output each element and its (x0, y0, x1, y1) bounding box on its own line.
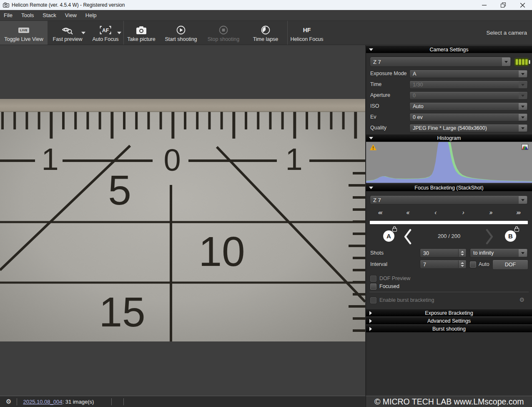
close-button[interactable] (513, 0, 532, 10)
burst-settings-gear-icon: ⚙ (519, 296, 524, 303)
helicon-focus-icon: HF (303, 27, 311, 33)
collapse-triangle-icon (369, 187, 373, 189)
ab-point-row: A 200 / 200 B (366, 228, 532, 245)
start-shooting-button[interactable]: Start shooting (159, 21, 203, 45)
battery-indicator (514, 58, 530, 67)
iso-combo[interactable]: Auto (409, 102, 528, 111)
warning-icon (369, 144, 377, 152)
dof-preview-label: DOF Preview (379, 276, 410, 281)
interval-label: Interval (370, 261, 387, 267)
quality-combo[interactable]: JPEG Fine * Large (5408x3600) (409, 124, 528, 132)
menu-tools[interactable]: Tools (21, 12, 34, 18)
exposure-bracketing-header[interactable]: Exposure Bracketing (366, 309, 532, 316)
focused-label: Focused (379, 283, 399, 289)
auto-focus-dropdown-caret[interactable] (117, 32, 121, 34)
menu-stack[interactable]: Stack (43, 12, 56, 18)
chevron-down-icon (519, 125, 527, 131)
play-circle-icon (176, 25, 186, 35)
nav-backward-button[interactable]: ‹‹ (394, 209, 421, 216)
spinner-arrows-icon[interactable] (458, 249, 466, 257)
copyright-text: © MICRO TECH LAB www.LMscope.com (374, 397, 524, 407)
field-label: Aperture (370, 92, 390, 98)
helicon-focus-button[interactable]: HF Helicon Focus (288, 21, 326, 45)
focused-checkbox[interactable] (370, 283, 376, 290)
dof-preview-checkbox (370, 276, 376, 282)
chevron-down-icon (519, 249, 527, 257)
field-label: Ev (370, 114, 376, 120)
enable-burst-checkbox (370, 297, 376, 303)
divider (111, 398, 112, 405)
histogram-header[interactable]: Histogram (366, 134, 532, 142)
shots-range-combo[interactable]: to infinity (470, 248, 528, 258)
nav-forward-button[interactable]: ›› (477, 209, 504, 216)
ev-combo[interactable]: 0 ev (409, 113, 528, 121)
menu-help[interactable]: Help (85, 12, 97, 18)
take-picture-button[interactable]: Take picture (124, 21, 159, 45)
focus-bracketing-header[interactable]: Focus Bracketing (StackShot) (366, 184, 532, 191)
settings-panel: Camera Settings Z 7 Exposure Mode A Time… (366, 45, 532, 396)
lock-icon (392, 228, 397, 232)
auto-checkbox[interactable] (470, 261, 476, 268)
time-lapse-button[interactable]: Time lapse (244, 21, 287, 45)
menu-view[interactable]: View (65, 12, 77, 18)
nav-step-back-button[interactable]: ‹ (422, 209, 449, 216)
live-view-viewport[interactable]: 1 0 1 5 10 15 (0, 45, 365, 396)
chevron-down-icon (519, 92, 527, 99)
timelapse-icon (261, 25, 270, 35)
chevron-down-icon (519, 103, 527, 110)
title-bar: Helicon Remote (ver. 4.5.4 W) - Register… (0, 0, 532, 10)
lock-icon (514, 228, 519, 232)
fast-preview-button[interactable]: Fast preview (48, 21, 88, 45)
preferences-gear-icon[interactable]: ⚙ (6, 398, 11, 405)
menu-file[interactable]: File (4, 12, 13, 18)
field-label: Quality (370, 125, 386, 131)
app-icon (3, 3, 9, 8)
camera-icon (136, 25, 147, 35)
advanced-settings-header[interactable]: Advanced Settings (366, 317, 532, 324)
main-area: 1 0 1 5 10 15 Camera Settings Z 7 Exposu… (0, 45, 532, 396)
interval-spinbox[interactable] (420, 260, 467, 269)
burst-shooting-header[interactable]: Burst shooting (366, 325, 532, 332)
chevron-down-icon (519, 196, 527, 204)
exposure-mode-combo[interactable]: A (409, 70, 528, 78)
chevron-down-icon (519, 114, 527, 121)
time-combo: 1/30 (409, 81, 528, 89)
shots-spinbox[interactable] (420, 248, 467, 258)
image-count-text: : 31 image(s) (62, 399, 94, 405)
expand-triangle-icon (369, 327, 372, 331)
divider (123, 398, 124, 405)
nav-fast-forward-button[interactable]: ››› (504, 209, 532, 216)
menu-bar: File Tools Stack View Help (0, 10, 532, 21)
expand-triangle-icon (369, 311, 372, 315)
divider (369, 292, 529, 292)
session-folder-link[interactable]: 2025.10.08_004 (23, 399, 62, 405)
stackshot-device-combo[interactable]: Z 7 (370, 195, 528, 205)
nav-step-forward-button[interactable]: › (449, 209, 477, 216)
shots-label: Shots (370, 250, 384, 256)
svg-text:AF: AF (102, 28, 109, 33)
spinner-arrows-icon[interactable] (458, 260, 466, 268)
histogram-mode-icon[interactable] (522, 144, 528, 151)
select-camera-label: Select a camera (486, 30, 532, 36)
chevron-down-icon (502, 58, 510, 66)
stackshot-nav-row: ‹‹‹ ‹‹ ‹ › ›› ››› (366, 209, 532, 216)
restore-button[interactable] (494, 0, 513, 10)
stop-circle-icon (219, 25, 228, 35)
toggle-live-view-button[interactable]: LIVE Toggle Live View (0, 21, 48, 45)
auto-focus-button[interactable]: AF Auto Focus (88, 21, 123, 45)
minimize-button[interactable] (474, 0, 494, 10)
eye-magnifier-icon (61, 25, 74, 35)
point-b-button[interactable]: B (505, 230, 516, 242)
camera-settings-header[interactable]: Camera Settings (366, 46, 532, 53)
camera-select-combo[interactable]: Z 7 (370, 57, 511, 67)
expand-triangle-icon (369, 319, 372, 323)
chevron-down-icon (519, 81, 527, 88)
position-slider[interactable] (370, 221, 528, 224)
nav-fast-backward-button[interactable]: ‹‹‹ (366, 209, 394, 216)
collapse-triangle-icon (369, 137, 373, 139)
divider (17, 398, 17, 405)
dof-button[interactable]: DOF (492, 260, 528, 270)
histogram-box (366, 142, 532, 183)
auto-label: Auto (479, 261, 489, 267)
fast-preview-dropdown-caret[interactable] (81, 32, 85, 34)
